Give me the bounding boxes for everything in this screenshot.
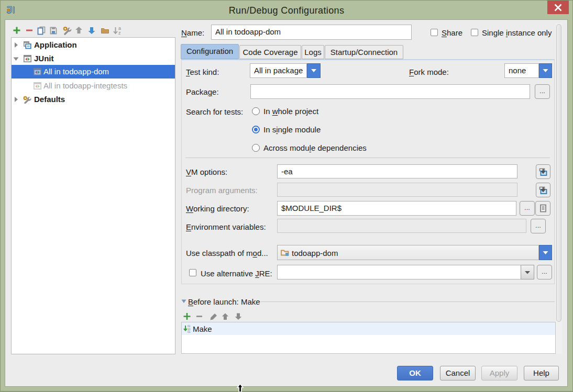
svg-text:01: 01: [188, 330, 191, 333]
svg-text:z: z: [118, 30, 121, 35]
